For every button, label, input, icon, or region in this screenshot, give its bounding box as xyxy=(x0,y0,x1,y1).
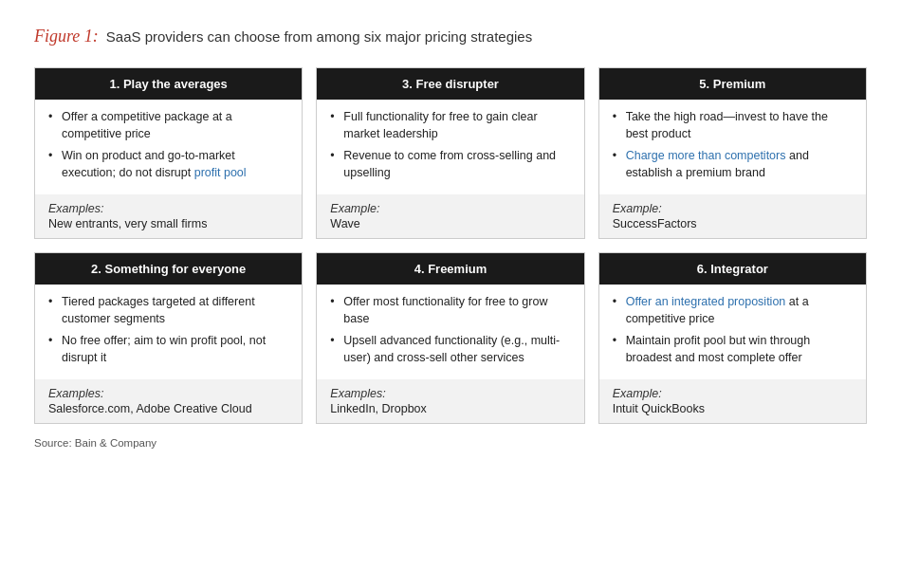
card-example-freemium: Examples:LinkedIn, Dropbox xyxy=(317,379,583,423)
card-something-everyone: 2. Something for everyoneTiered packages… xyxy=(34,252,303,424)
example-label: Examples: xyxy=(48,387,288,400)
card-example-free-disrupter: Example:Wave xyxy=(317,194,583,238)
bullet-item: Offer a competitive package at a competi… xyxy=(48,109,288,142)
figure-label: Figure 1: xyxy=(34,27,99,46)
bullet-item: Offer most functionality for free to gro… xyxy=(330,294,570,327)
card-premium: 5. PremiumTake the high road—invest to h… xyxy=(598,67,867,239)
bullet-item: Win on product and go-to-market executio… xyxy=(48,148,288,181)
example-label: Example: xyxy=(330,202,570,215)
page: Figure 1: SaaS providers can choose from… xyxy=(0,0,901,468)
bullet-item: Full functionality for free to gain clea… xyxy=(330,109,570,142)
card-header-free-disrupter: 3. Free disrupter xyxy=(317,68,583,100)
card-integrator: 6. IntegratorOffer an integrated proposi… xyxy=(598,252,867,424)
example-label: Example: xyxy=(613,202,853,215)
example-label: Example: xyxy=(613,387,853,400)
card-body-premium: Take the high road—invest to have the be… xyxy=(599,100,866,194)
card-body-integrator: Offer an integrated proposition at a com… xyxy=(599,285,866,379)
card-header-freemium: 4. Freemium xyxy=(317,253,583,285)
card-body-something-everyone: Tiered packages targeted at different cu… xyxy=(35,285,302,379)
card-example-premium: Example:SuccessFactors xyxy=(599,194,866,238)
bullet-item: Take the high road—invest to have the be… xyxy=(613,109,853,142)
example-value: Salesforce.com, Adobe Creative Cloud xyxy=(48,402,252,415)
figure-description: SaaS providers can choose from among six… xyxy=(106,28,532,45)
card-example-play-averages: Examples:New entrants, very small firms xyxy=(35,194,302,238)
card-body-freemium: Offer most functionality for free to gro… xyxy=(317,285,583,379)
example-value: New entrants, very small firms xyxy=(48,217,207,230)
example-value: LinkedIn, Dropbox xyxy=(330,402,426,415)
card-header-integrator: 6. Integrator xyxy=(599,253,866,285)
card-example-integrator: Example:Intuit QuickBooks xyxy=(599,379,866,423)
card-body-free-disrupter: Full functionality for free to gain clea… xyxy=(317,100,583,194)
card-freemium: 4. FreemiumOffer most functionality for … xyxy=(316,252,584,424)
bullet-item: No free offer; aim to win profit pool, n… xyxy=(48,333,288,366)
card-free-disrupter: 3. Free disrupterFull functionality for … xyxy=(316,67,584,239)
example-value: Intuit QuickBooks xyxy=(613,402,705,415)
figure-title: Figure 1: SaaS providers can choose from… xyxy=(34,27,867,46)
example-value: SuccessFactors xyxy=(613,217,697,230)
card-header-something-everyone: 2. Something for everyone xyxy=(35,253,302,285)
bullet-item: Upsell advanced functionality (e.g., mul… xyxy=(330,333,570,366)
card-body-play-averages: Offer a competitive package at a competi… xyxy=(35,100,302,194)
example-label: Examples: xyxy=(48,202,288,215)
card-header-premium: 5. Premium xyxy=(599,68,866,100)
strategy-grid: 1. Play the averagesOffer a competitive … xyxy=(34,67,867,424)
card-example-something-everyone: Examples:Salesforce.com, Adobe Creative … xyxy=(35,379,302,423)
example-value: Wave xyxy=(330,217,360,230)
source-text: Source: Bain & Company xyxy=(34,437,867,449)
card-header-play-averages: 1. Play the averages xyxy=(35,68,302,100)
card-play-averages: 1. Play the averagesOffer a competitive … xyxy=(34,67,303,239)
bullet-item: Charge more than competitors and establi… xyxy=(613,148,853,181)
bullet-item: Revenue to come from cross-selling and u… xyxy=(330,148,570,181)
bullet-item: Offer an integrated proposition at a com… xyxy=(613,294,853,327)
bullet-item: Maintain profit pool but win through bro… xyxy=(613,333,853,366)
bullet-item: Tiered packages targeted at different cu… xyxy=(48,294,288,327)
example-label: Examples: xyxy=(330,387,570,400)
